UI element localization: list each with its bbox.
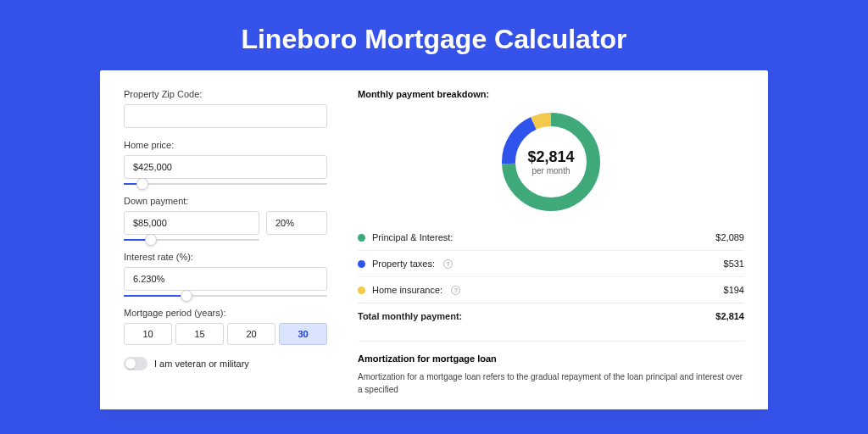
- down-slider-thumb[interactable]: [145, 234, 157, 246]
- legend-dot-icon: [358, 287, 365, 294]
- period-label: Mortgage period (years):: [124, 308, 327, 318]
- legend-label: Principal & Interest:: [372, 232, 453, 242]
- price-field: Home price:: [124, 140, 327, 179]
- veteran-row: I am veteran or military: [124, 357, 327, 370]
- total-value: $2,814: [715, 311, 744, 321]
- info-icon[interactable]: ?: [451, 286, 460, 295]
- legend-value: $2,089: [715, 232, 744, 242]
- price-label: Home price:: [124, 140, 327, 150]
- rate-slider-fill: [124, 295, 186, 297]
- zip-label: Property Zip Code:: [124, 89, 327, 99]
- breakdown-title: Monthly payment breakdown:: [358, 89, 744, 99]
- down-label: Down payment:: [124, 196, 327, 206]
- period-field: Mortgage period (years): 10152030: [124, 308, 327, 345]
- donut-center: $2,814 per month: [497, 108, 605, 216]
- down-amount-input[interactable]: [124, 211, 259, 235]
- rate-input[interactable]: [124, 267, 327, 291]
- legend-row: Principal & Interest:$2,089: [358, 225, 744, 250]
- period-group: 10152030: [124, 323, 327, 345]
- legend-row: Property taxes:?$531: [358, 250, 744, 276]
- zip-input[interactable]: [124, 104, 327, 128]
- price-input[interactable]: [124, 155, 327, 179]
- down-percent-input[interactable]: [266, 211, 327, 235]
- legend-value: $194: [724, 285, 744, 295]
- legend-dot-icon: [358, 234, 365, 242]
- payment-donut-chart: $2,814 per month: [497, 108, 605, 216]
- rate-slider-thumb[interactable]: [181, 290, 192, 302]
- period-btn-15[interactable]: 15: [175, 323, 224, 345]
- amortization-title: Amortization for mortgage loan: [358, 341, 744, 364]
- donut-sub: per month: [531, 166, 570, 175]
- donut-wrap: $2,814 per month: [358, 108, 744, 216]
- legend-dot-icon: [358, 260, 365, 268]
- down-slider[interactable]: [124, 239, 259, 241]
- price-slider-thumb[interactable]: [136, 178, 148, 190]
- info-icon[interactable]: ?: [443, 259, 453, 269]
- down-field: Down payment:: [124, 196, 327, 235]
- period-btn-20[interactable]: 20: [227, 323, 275, 345]
- breakdown-column: Monthly payment breakdown: $2,814 per mo…: [358, 89, 744, 409]
- legend-total-row: Total monthly payment: $2,814: [358, 303, 744, 329]
- zip-field: Property Zip Code:: [124, 89, 327, 128]
- veteran-label: I am veteran or military: [154, 359, 249, 369]
- period-btn-30[interactable]: 30: [279, 323, 327, 345]
- amortization-text: Amortization for a mortgage loan refers …: [358, 370, 744, 396]
- legend: Principal & Interest:$2,089Property taxe…: [358, 225, 744, 303]
- period-btn-10[interactable]: 10: [124, 323, 172, 345]
- legend-label: Property taxes:: [372, 259, 435, 269]
- rate-label: Interest rate (%):: [124, 252, 327, 262]
- total-label: Total monthly payment:: [358, 311, 462, 321]
- veteran-toggle[interactable]: [124, 357, 147, 370]
- rate-slider[interactable]: [124, 295, 327, 297]
- calculator-card: Property Zip Code: Home price: Down paym…: [100, 70, 768, 409]
- donut-amount: $2,814: [527, 148, 574, 166]
- price-slider[interactable]: [124, 183, 327, 185]
- legend-label: Home insurance:: [372, 285, 442, 295]
- legend-row: Home insurance:?$194: [358, 276, 744, 303]
- legend-value: $531: [724, 259, 744, 269]
- page-title: Lineboro Mortgage Calculator: [0, 0, 868, 70]
- rate-field: Interest rate (%):: [124, 252, 327, 291]
- form-column: Property Zip Code: Home price: Down paym…: [124, 89, 327, 409]
